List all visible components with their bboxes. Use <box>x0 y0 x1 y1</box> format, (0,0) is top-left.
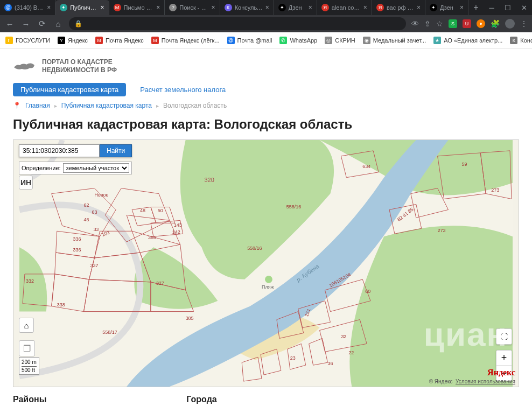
bookmark-item[interactable]: ◎СКРИН <box>325 37 355 44</box>
map-scale: 200 m 500 ft <box>19 357 39 375</box>
svg-text:338: 338 <box>57 302 65 307</box>
crumb-home[interactable]: Главная <box>25 102 50 109</box>
tab-close-icon[interactable]: × <box>265 4 269 11</box>
tab-close-icon[interactable]: × <box>47 4 51 11</box>
extensions-icon[interactable]: 🧩 <box>491 19 500 28</box>
tab-label: Дзен <box>289 4 306 11</box>
bookmark-item[interactable]: ★АО «Единая электр... <box>433 37 502 44</box>
browser-tab[interactable]: MПисьмо «...× <box>109 0 165 15</box>
bookmark-label: СКРИН <box>335 37 355 44</box>
fullscreen-button[interactable]: ⛶ <box>496 328 512 345</box>
search-button[interactable]: Найти <box>100 144 132 157</box>
kebab-menu[interactable]: ⋮ <box>520 19 528 28</box>
cadastral-map[interactable]: Новое 320 336 336 337 332 338 558/17 327… <box>13 139 519 387</box>
svg-text:32: 32 <box>341 334 346 339</box>
svg-text:558/16: 558/16 <box>286 204 301 209</box>
tab-favicon: ✦ <box>430 4 437 11</box>
svg-text:36: 36 <box>327 361 333 366</box>
eye-icon[interactable]: 👁 <box>411 19 419 28</box>
map-info-button[interactable]: ИН <box>19 176 33 190</box>
tab-close-icon[interactable]: × <box>363 4 367 11</box>
tab-close-icon[interactable]: × <box>101 4 104 11</box>
browser-tab[interactable]: ККонсульт...× <box>220 0 274 15</box>
nav-tax[interactable]: Расчет земельного налога <box>132 83 233 96</box>
cadastral-number-input[interactable] <box>19 144 100 157</box>
browser-tab[interactable]: ✦Дзен× <box>425 0 468 15</box>
map-layers-button[interactable]: ❐ <box>19 340 35 356</box>
browser-tab[interactable]: ✦Публичн...× <box>55 0 109 15</box>
newtab-button[interactable]: + <box>468 0 484 15</box>
svg-text:634: 634 <box>362 164 370 169</box>
svg-text:46: 46 <box>83 217 89 222</box>
share-icon[interactable]: ⇪ <box>424 19 431 28</box>
zoom-in-button[interactable]: + <box>496 351 512 366</box>
tab-favicon: ? <box>169 4 177 11</box>
svg-text:558/16: 558/16 <box>247 246 262 251</box>
bookmark-item[interactable]: ККонсультантПлюс... <box>510 37 532 44</box>
ext-red-icon[interactable]: U <box>463 19 471 28</box>
bookmark-item[interactable]: MПочта Яндекс (лёгк... <box>151 37 220 44</box>
bookmark-item[interactable]: @Почта @mail <box>227 37 272 44</box>
bookmark-favicon: ✆ <box>279 37 287 44</box>
svg-text:63: 63 <box>92 209 97 215</box>
pin-icon: 📍 <box>13 102 21 109</box>
svg-text:336: 336 <box>73 236 81 242</box>
portal-title: ПОРТАЛ О КАДАСТРЕ НЕДВИЖИМОСТИ В РФ <box>42 58 117 74</box>
nav-map[interactable]: Публичная кадастровая карта <box>13 83 126 96</box>
home-button[interactable]: ⌂ <box>53 19 64 29</box>
bookmark-item[interactable]: YЯндекс <box>58 37 88 44</box>
profile-avatar[interactable] <box>505 19 515 29</box>
tab-close-icon[interactable]: × <box>460 4 464 11</box>
toolbar-icons: 👁 ⇪ ☆ S U ● 🧩 ⋮ <box>411 19 528 29</box>
bookmark-label: КонсультантПлюс... <box>520 37 532 44</box>
ext-green-icon[interactable]: S <box>449 19 457 28</box>
forward-button[interactable]: → <box>20 19 31 29</box>
browser-tab[interactable]: Яalean coll...× <box>317 0 372 15</box>
browser-tab[interactable]: ?Поиск - К...× <box>165 0 220 15</box>
browser-tab[interactable]: @(3140) Вх...× <box>0 0 55 15</box>
terms-link[interactable]: Условия использования <box>456 379 515 384</box>
tab-close-icon[interactable]: × <box>156 4 160 11</box>
bookmark-item[interactable]: MПочта Яндекс <box>95 37 144 44</box>
bookmark-item[interactable]: ✆WhatsApp <box>279 37 317 44</box>
bookmark-item[interactable]: ГГОСУСЛУГИ <box>5 37 50 44</box>
back-button[interactable]: ← <box>4 19 15 29</box>
crumb-sep-icon: ▸ <box>156 103 159 109</box>
tab-close-icon[interactable]: × <box>309 4 312 11</box>
address-bar[interactable]: 🔒 <box>69 17 406 30</box>
svg-text:273: 273 <box>438 228 446 233</box>
close-window-button[interactable]: ✕ <box>516 0 532 15</box>
bookmark-label: Почта @mail <box>237 37 272 44</box>
tab-favicon: К <box>225 4 232 11</box>
map-home-button[interactable]: ⌂ <box>19 318 34 333</box>
map-canvas[interactable]: Новое 320 336 336 337 332 338 558/17 327… <box>13 140 519 387</box>
bookmark-favicon: M <box>95 37 103 44</box>
ext-orange-icon[interactable]: ● <box>477 19 485 28</box>
crumb-sep-icon: ▸ <box>54 103 57 109</box>
reload-button[interactable]: ⟳ <box>37 19 47 29</box>
browser-tab[interactable]: ✦Дзен× <box>274 0 317 15</box>
portal-nav: Публичная кадастровая карта Расчет земел… <box>13 83 519 96</box>
minimize-button[interactable]: ─ <box>484 0 500 15</box>
svg-text:59: 59 <box>461 162 467 167</box>
tab-close-icon[interactable]: × <box>417 4 421 11</box>
svg-text:332: 332 <box>26 278 34 284</box>
bookmark-favicon: Y <box>58 37 65 44</box>
breadcrumb: 📍 Главная ▸ Публичная кадастровая карта … <box>13 102 519 109</box>
browser-tab[interactable]: Явас рф к...× <box>372 0 425 15</box>
page-content: ПОРТАЛ О КАДАСТРЕ НЕДВИЖИМОСТИ В РФ Публ… <box>0 48 532 411</box>
star-icon[interactable]: ☆ <box>436 19 443 28</box>
definition-select[interactable]: земельный участок <box>63 163 129 173</box>
bookmark-label: WhatsApp <box>290 37 317 44</box>
tab-close-icon[interactable]: × <box>212 4 215 11</box>
maximize-button[interactable]: ☐ <box>500 0 516 15</box>
svg-text:Новое: Новое <box>94 192 108 198</box>
definition-label: Определение: <box>22 165 61 171</box>
crumb-map[interactable]: Публичная кадастровая карта <box>61 102 152 109</box>
bookmark-item[interactable]: ◉Медальный зачет... <box>363 37 426 44</box>
url-input[interactable] <box>86 20 401 27</box>
svg-text:385: 385 <box>148 235 156 240</box>
russia-map-icon <box>13 59 36 74</box>
svg-text:60: 60 <box>365 289 370 294</box>
bookmark-favicon: @ <box>227 37 235 44</box>
